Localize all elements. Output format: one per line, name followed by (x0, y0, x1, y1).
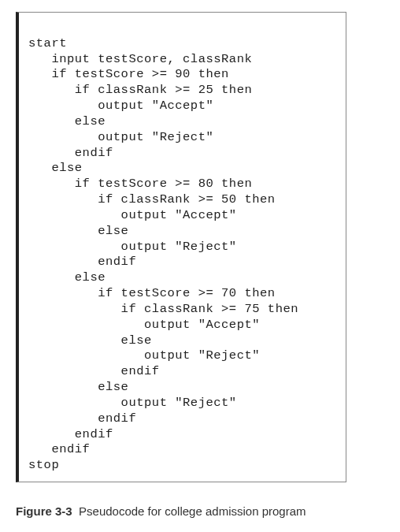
code-line: if classRank >= 25 then (28, 83, 252, 97)
code-line: output "Accept" (28, 208, 237, 222)
code-line: input testScore, classRank (28, 52, 252, 66)
code-line: output "Reject" (28, 348, 260, 363)
pseudocode-box: start input testScore, classRank if test… (16, 12, 346, 482)
code-line: else (28, 270, 106, 285)
code-line: if testScore >= 80 then (28, 177, 252, 191)
code-line: output "Reject" (28, 240, 237, 254)
code-line: endif (28, 411, 136, 426)
code-line: endif (28, 427, 113, 441)
code-line: else (28, 114, 106, 128)
code-line: endif (28, 442, 90, 456)
code-line: endif (28, 255, 136, 269)
code-line: output "Accept" (28, 318, 260, 332)
code-line: endif (28, 364, 160, 378)
code-line: start (28, 36, 67, 50)
code-line: if testScore >= 70 then (28, 286, 276, 300)
code-line: else (28, 161, 83, 175)
figure-caption-text: Pseudocode for college admission program (79, 504, 306, 518)
figure-caption: Figure 3-3 Pseudocode for college admiss… (16, 504, 384, 518)
code-line: stop (28, 458, 59, 472)
code-line: endif (28, 146, 113, 160)
code-line: output "Accept" (28, 99, 213, 113)
code-line: if testScore >= 90 then (28, 67, 229, 81)
code-line: if classRank >= 50 then (28, 192, 276, 206)
code-line: else (28, 380, 128, 394)
code-line: output "Reject" (28, 396, 237, 410)
code-line: output "Reject" (28, 130, 213, 144)
code-line: if classRank >= 75 then (28, 302, 298, 316)
code-line: else (28, 333, 152, 348)
code-line: else (28, 224, 128, 238)
figure-label: Figure 3-3 (16, 504, 72, 518)
